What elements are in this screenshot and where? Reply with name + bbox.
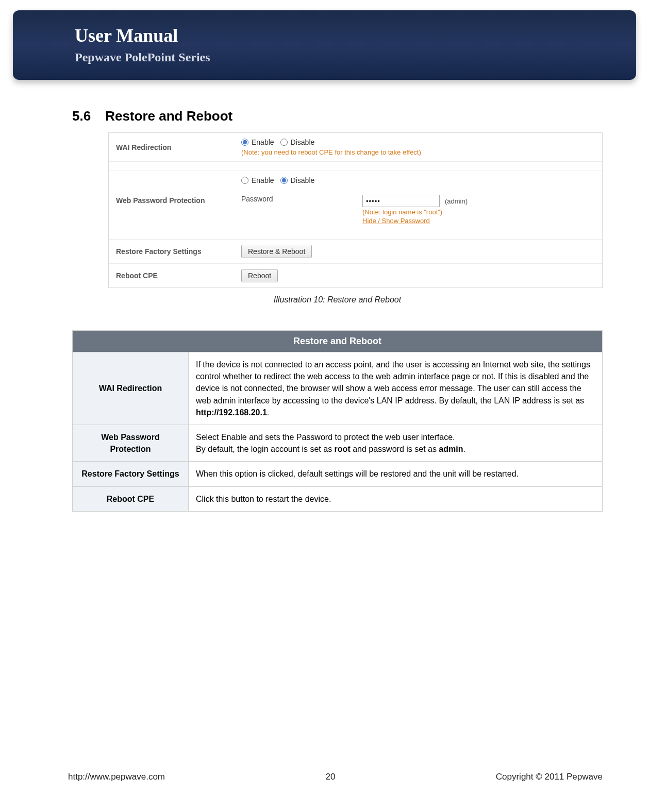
spacer-1 [109, 162, 602, 171]
wai-label: WAI Redirection [109, 133, 235, 161]
row-label: Reboot CPE [73, 486, 189, 511]
web-password-row: Web Password Protection Enable Disable P… [109, 171, 602, 230]
webpw-enable-label: Enable [252, 176, 274, 184]
webpw-disable-radio[interactable] [280, 177, 288, 184]
reboot-label: Reboot CPE [109, 264, 235, 287]
row-text: Select Enable and sets the Password to p… [189, 425, 603, 461]
wai-disable-radio[interactable] [280, 139, 288, 146]
password-inline: (admin) [362, 195, 596, 207]
footer-url: http://www.pepwave.com [68, 772, 165, 782]
row-text-post: . [267, 408, 269, 417]
restore-reboot-button[interactable]: Restore & Reboot [241, 245, 312, 258]
restore-label: Restore Factory Settings [109, 240, 235, 263]
row-text: If the device is not connected to an acc… [189, 352, 603, 425]
row-text-bold2: admin [439, 445, 463, 453]
restore-cell: Restore & Reboot [235, 240, 602, 263]
password-input[interactable] [362, 195, 440, 207]
restore-factory-row: Restore Factory Settings Restore & Reboo… [109, 240, 602, 264]
reboot-button[interactable]: Reboot [241, 269, 278, 282]
webpw-enable-radio[interactable] [241, 177, 248, 184]
wai-enable-radio[interactable] [241, 139, 248, 146]
table-header-row: Restore and Reboot [73, 331, 603, 352]
admin-hint: (admin) [445, 197, 468, 205]
page-footer: http://www.pepwave.com 20 Copyright © 20… [68, 772, 603, 782]
table-row: Web Password Protection Select Enable an… [73, 425, 603, 461]
footer-page: 20 [325, 772, 335, 782]
row-text: When this option is clicked, default set… [189, 462, 603, 486]
reboot-cpe-row: Reboot CPE Reboot [109, 264, 602, 287]
section-heading: 5.6 Restore and Reboot [72, 108, 603, 124]
settings-panel: WAI Redirection Enable Disable (Note: yo… [108, 132, 603, 288]
row-text-post: . [463, 445, 465, 453]
root-note: (Note: login name is "root") [362, 208, 596, 216]
footer-copyright: Copyright © 2011 Pepwave [496, 772, 603, 782]
section-title: Restore and Reboot [105, 108, 232, 124]
row-text-mid: and password is set as [351, 445, 439, 453]
table-header: Restore and Reboot [73, 331, 603, 352]
webpw-radio-group: Enable Disable [241, 176, 596, 184]
reboot-cell: Reboot [235, 264, 602, 287]
illustration-caption: Illustration 10: Restore and Reboot [72, 295, 603, 304]
header-subtitle: Pepwave PolePoint Series [75, 50, 574, 64]
password-right: (admin) (Note: login name is "root") Hid… [362, 195, 596, 225]
wai-disable-label: Disable [291, 138, 315, 146]
page-body: 5.6 Restore and Reboot WAI Redirection E… [72, 108, 603, 512]
row-label: Web Password Protection [73, 425, 189, 461]
wai-enable-label: Enable [252, 138, 274, 146]
wai-note: (Note: you need to reboot CPE for this c… [241, 148, 596, 156]
password-label: Password [241, 195, 362, 203]
description-table: Restore and Reboot WAI Redirection If th… [72, 330, 603, 512]
webpw-disable-label: Disable [291, 176, 315, 184]
table-row: Restore Factory Settings When this optio… [73, 462, 603, 486]
wai-radio-group: Enable Disable [241, 138, 596, 146]
table-row: Reboot CPE Click this button to restart … [73, 486, 603, 511]
section-number: 5.6 [72, 108, 91, 124]
row-text-bold: root [335, 445, 351, 453]
row-text: Click this button to restart the device. [189, 486, 603, 511]
header-banner: User Manual Pepwave PolePoint Series [13, 10, 636, 80]
password-grid: Password (admin) (Note: login name is "r… [241, 190, 596, 225]
row-text-pre: If the device is not connected to an acc… [196, 360, 590, 405]
header-title: User Manual [75, 25, 574, 46]
row-label: WAI Redirection [73, 352, 189, 425]
wai-redirection-row: WAI Redirection Enable Disable (Note: yo… [109, 133, 602, 162]
row-text-bold: http://192.168.20.1 [196, 408, 267, 417]
webpw-label: Web Password Protection [109, 171, 235, 230]
webpw-cell: Enable Disable Password (admin) (Note: l… [235, 171, 602, 230]
hide-show-password-link[interactable]: Hide / Show Password [362, 217, 596, 225]
row-label: Restore Factory Settings [73, 462, 189, 486]
wai-cell: Enable Disable (Note: you need to reboot… [235, 133, 602, 161]
table-row: WAI Redirection If the device is not con… [73, 352, 603, 425]
spacer-2 [109, 230, 602, 240]
